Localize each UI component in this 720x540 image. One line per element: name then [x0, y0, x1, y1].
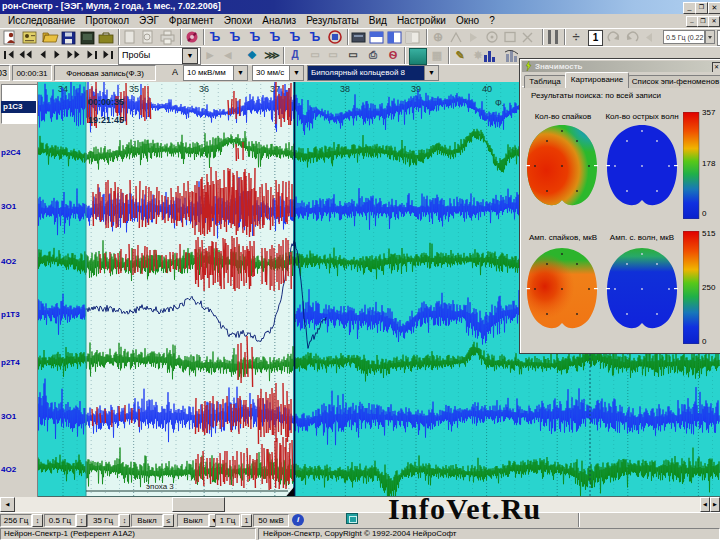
- svg-text:Ф.: Ф.: [495, 98, 504, 108]
- svg-text:40: 40: [482, 84, 492, 94]
- svg-text:19:21:45: 19:21:45: [88, 115, 124, 125]
- svg-text:38: 38: [340, 84, 350, 94]
- svg-text:36: 36: [199, 84, 209, 94]
- svg-text:00:00:35: 00:00:35: [88, 97, 124, 107]
- svg-text:39: 39: [411, 84, 421, 94]
- svg-text:эпоха 3: эпоха 3: [146, 482, 174, 491]
- svg-text:35: 35: [129, 84, 139, 94]
